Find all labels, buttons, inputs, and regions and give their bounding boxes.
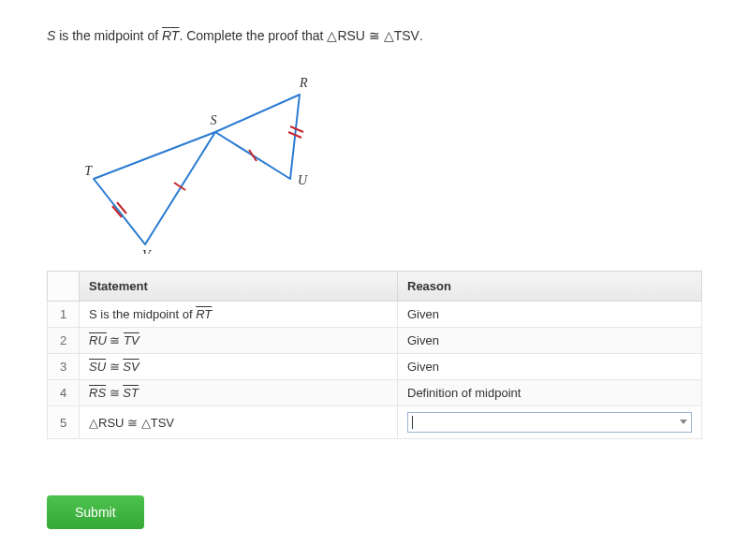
prompt-var-s: S [47, 28, 55, 43]
table-row: 3 SU ≅ SV Given [48, 354, 702, 380]
prompt-t3: . [419, 28, 423, 43]
col-statement: Statement [80, 272, 398, 302]
statement-cell: △RSU ≅ △TSV [80, 406, 398, 439]
row-num: 2 [48, 328, 80, 354]
reason-cell: Definition of midpoint [398, 380, 702, 406]
prompt-cong: ≅ [365, 28, 384, 43]
row-num: 4 [48, 380, 80, 406]
submit-button[interactable]: Submit [47, 495, 144, 529]
row-num: 1 [48, 302, 80, 328]
svg-marker-0 [94, 132, 215, 244]
label-T: T [84, 164, 93, 178]
col-num [48, 272, 80, 302]
label-R: R [299, 76, 308, 90]
reason-cell [398, 406, 702, 439]
prompt-t2: . Complete the proof that [179, 28, 327, 43]
row-num: 5 [48, 406, 80, 439]
statement-cell: SU ≅ SV [80, 354, 398, 380]
statement-cell: RS ≅ ST [80, 380, 398, 406]
table-row: 5 △RSU ≅ △TSV [48, 406, 702, 439]
question-prompt: S is the midpoint of RT. Complete the pr… [47, 28, 702, 43]
label-U: U [298, 173, 308, 187]
prompt-t1: is the midpoint of [55, 28, 162, 43]
proof-table: Statement Reason 1 S is the midpoint of … [47, 271, 702, 439]
table-row: 1 S is the midpoint of RT Given [48, 302, 702, 328]
svg-line-7 [249, 150, 257, 161]
reason-cell: Given [398, 354, 702, 380]
statement-cell: RU ≅ TV [80, 328, 398, 354]
row-num: 3 [48, 354, 80, 380]
prompt-tri1: △RSU [327, 28, 365, 43]
reason-cell: Given [398, 302, 702, 328]
reason-cell: Given [398, 328, 702, 354]
table-row: 2 RU ≅ TV Given [48, 328, 702, 354]
text-cursor [412, 416, 413, 429]
statement-cell: S is the midpoint of RT [80, 302, 398, 328]
prompt-tri2: △TSV [384, 28, 419, 43]
label-V: V [142, 248, 152, 254]
reason-dropdown[interactable] [407, 412, 692, 433]
label-S: S [211, 113, 217, 127]
table-row: 4 RS ≅ ST Definition of midpoint [48, 380, 702, 406]
prompt-seg: RT [162, 28, 179, 43]
geometry-diagram: T V S U R [66, 57, 702, 254]
col-reason: Reason [398, 272, 702, 302]
svg-marker-1 [215, 95, 300, 179]
